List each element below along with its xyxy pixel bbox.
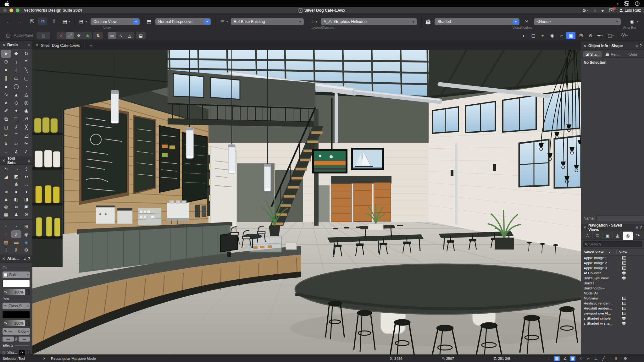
basic-tool[interactable]: ╲ [21, 66, 31, 74]
snap-distance-icon[interactable]: ⌐ [585, 355, 592, 362]
pen-opacity-control[interactable]: ↷100% ⋮ [3, 320, 30, 326]
saved-view-row[interactable]: Multiview [581, 296, 644, 301]
link-markers-icon[interactable]: § [15, 337, 17, 341]
basic-tool[interactable]: ▱ [11, 140, 21, 148]
symmetric-scaling-mode[interactable]: ⤢ [66, 32, 74, 39]
basic-tool[interactable]: ◿ [21, 131, 31, 140]
control-center-icon[interactable] [624, 1, 629, 6]
3d-tool[interactable]: ∞ [1, 188, 11, 195]
3d-tool[interactable]: ◎ [1, 203, 11, 211]
no-clip-icon[interactable]: ⊘ [586, 32, 595, 39]
saved-views-column-headers[interactable]: Saved View...▴ View [581, 249, 644, 255]
render-mode-dropdown[interactable]: Shaded▾ [435, 18, 519, 25]
3d-tool[interactable]: ∾ [21, 173, 31, 180]
flyover-origin-icon[interactable]: ➥▾ [596, 32, 604, 39]
saved-view-row[interactable]: Model All [581, 291, 644, 296]
basic-tool[interactable]: ⧉ [1, 115, 11, 123]
tool-set-category[interactable]: ◈ [21, 238, 31, 246]
3d-tool[interactable]: ≋ [11, 203, 21, 211]
back-arrow-button[interactable]: ← [4, 18, 13, 25]
basic-tool[interactable]: ➤ [1, 50, 11, 58]
saved-views-doc-button[interactable]: ▤ [60, 18, 69, 25]
pen-color-well[interactable] [3, 311, 30, 318]
line-weight-dropdown[interactable]: ↷— 0.05 ▾ [3, 328, 30, 335]
selection-depth-button[interactable]: ⬓ [136, 32, 146, 39]
3d-tool[interactable]: ▲ [1, 195, 11, 203]
saved-view-row[interactable]: Apple Image 3 [581, 266, 644, 271]
basic-tool[interactable]: ● [1, 82, 11, 90]
projection-dropdown[interactable]: Normal Perspective▾ [155, 18, 211, 25]
basic-tool[interactable]: ∡ [11, 148, 21, 156]
line-start-marker[interactable]: — [3, 337, 14, 342]
3d-tool[interactable]: ▣ [21, 203, 31, 211]
polygon-marquee-mode[interactable]: △ [125, 32, 134, 39]
basic-tool[interactable]: ⌒ [11, 131, 21, 140]
close-icon[interactable]: ✕ [2, 43, 5, 47]
settings-gear-icon[interactable]: ⚙▾ [582, 8, 589, 13]
snap-angle-icon[interactable]: ∠ [562, 355, 569, 362]
saved-view-row[interactable]: Build 1 [581, 281, 644, 286]
camera-eye-icon[interactable]: ◉ [548, 32, 557, 39]
basic-tool[interactable]: ∠ [21, 148, 31, 156]
search-input[interactable] [589, 242, 640, 246]
3d-tool[interactable]: ◧ [11, 195, 21, 203]
palette-menu-icon[interactable]: ≡ [28, 158, 30, 163]
basic-tool[interactable]: ▭ [11, 74, 21, 82]
messages-icon[interactable] [609, 8, 614, 12]
basic-tool[interactable]: ∿ [1, 90, 11, 99]
tool-set-category[interactable]: ⚙ [21, 246, 31, 254]
frame-icon[interactable]: ▢ [529, 32, 538, 39]
snap-tangent-icon[interactable]: ⊥ [592, 355, 599, 362]
object-info-tab[interactable]: ⌸Data [624, 51, 640, 58]
user-account[interactable]: Luis Ruiz [619, 8, 641, 13]
stories-button[interactable]: ⇩ [50, 18, 58, 25]
saved-view-row[interactable]: Realistic renderi... [581, 301, 644, 306]
palette-menu-icon[interactable]: ≡ [23, 256, 26, 261]
basic-tool[interactable]: ❞ [21, 58, 31, 66]
basic-tool[interactable]: ◎ [21, 99, 31, 107]
object-name-input[interactable] [597, 216, 644, 221]
basic-tool[interactable]: ◔ [21, 82, 31, 90]
navigation-tab[interactable]: ∴ [582, 232, 592, 239]
home-icon[interactable]: ⌂ [594, 8, 596, 13]
3d-tool[interactable]: ⋔ [11, 180, 21, 188]
close-icon[interactable]: ✕ [2, 158, 5, 163]
tool-set-category[interactable]: ◔ [11, 222, 21, 230]
3d-tool[interactable]: ◢ [1, 173, 11, 180]
basic-tool[interactable]: ↔ [1, 148, 11, 156]
3d-tool[interactable]: ◡ [21, 180, 31, 188]
status-dot-icon[interactable]: ● [601, 8, 604, 13]
basic-tool[interactable]: ◇ [11, 99, 21, 107]
saved-view-row[interactable]: Bird's Eye View [581, 276, 644, 281]
tool-set-category[interactable]: ⊞ [21, 222, 31, 230]
3d-tool[interactable]: ⇧ [21, 165, 31, 173]
shadow-options-button[interactable]: ⋮ [27, 350, 30, 355]
snap-edge-icon[interactable]: ▣ [570, 356, 575, 361]
saved-view-row[interactable]: viewport ove Al... [581, 311, 644, 316]
pen-style-dropdown[interactable]: ↷ Class St... ▾ [3, 303, 30, 309]
snap-object-icon[interactable]: ▦ [554, 356, 560, 361]
lasso-marquee-mode[interactable]: ∿ [117, 32, 125, 39]
basic-tool[interactable]: ◉ [21, 107, 31, 115]
layer-plane-button[interactable]: ⇱ [28, 18, 36, 25]
palette-menu-icon[interactable]: ≡ [28, 42, 30, 47]
rectangular-marquee-mode[interactable]: ▭ [108, 32, 116, 39]
projection-cube-button[interactable]: ⬒ [145, 18, 153, 25]
menu-extra-chevron-icon[interactable]: ‹ [617, 1, 619, 6]
saved-view-row[interactable]: Redshift renderi... [581, 306, 644, 311]
3d-tool[interactable]: ◩ [11, 173, 21, 180]
saved-view-row[interactable]: Building OFF [581, 286, 644, 291]
basic-tool[interactable]: ◯ [11, 82, 21, 90]
selection-highlight-icon[interactable]: ⬚▾ [606, 32, 615, 39]
saved-view-dropdown[interactable]: Custom View▾ [91, 18, 140, 25]
basic-tool[interactable]: ✁ [21, 140, 31, 148]
navigation-tab[interactable]: ▣ [602, 232, 613, 239]
3d-tool[interactable]: ▱ [11, 165, 21, 173]
help-icon[interactable]: ? [28, 256, 30, 261]
fill-opacity-control[interactable]: ↷100% ⋮ [3, 289, 30, 295]
basic-tool[interactable]: ↳ [1, 140, 11, 148]
basic-tool[interactable]: ⊕ [1, 58, 11, 66]
filter-dropdown[interactable]: <None>▾ [534, 18, 621, 25]
palette-menu-icon[interactable]: ≡ [636, 44, 638, 48]
basic-tool[interactable]: ✂ [1, 131, 11, 140]
